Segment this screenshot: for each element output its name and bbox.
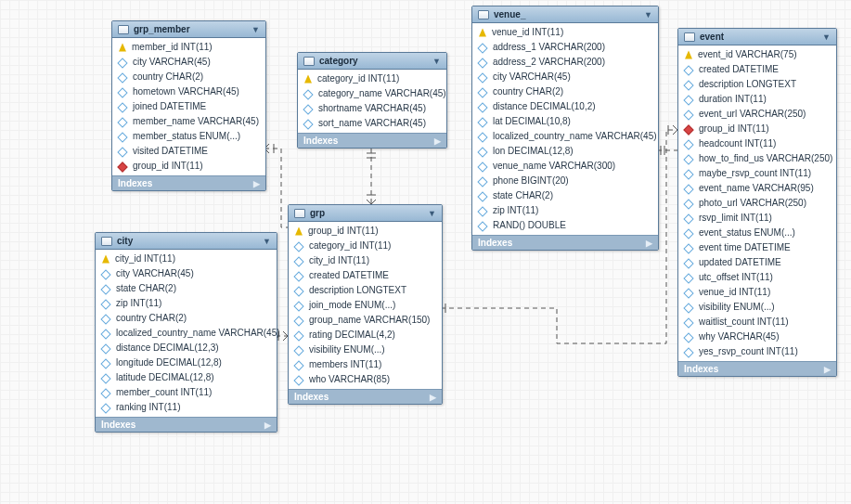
column-row[interactable]: country CHAR(2) [96,311,277,326]
column-row[interactable]: created DATETIME [678,62,836,77]
column-row[interactable]: category_name VARCHAR(45) [298,86,446,101]
column-row[interactable]: event time DATETIME [678,240,836,255]
column-row[interactable]: description LONGTEXT [289,283,442,298]
column-row[interactable]: members INT(11) [289,357,442,372]
column-row[interactable]: duration INT(11) [678,92,836,107]
expand-icon[interactable]: ▶ [264,420,271,430]
column-row[interactable]: description LONGTEXT [678,77,836,92]
column-row[interactable]: group_id INT(11) [112,159,265,174]
column-row[interactable]: event_status ENUM(...) [678,226,836,240]
table-city[interactable]: city▼city_id INT(11)city VARCHAR(45)stat… [95,232,277,433]
collapse-icon[interactable]: ▼ [263,237,271,246]
column-row[interactable]: visited DATETIME [112,144,265,159]
column-row[interactable]: city VARCHAR(45) [96,266,277,281]
column-row[interactable]: state CHAR(2) [472,188,658,203]
column-row[interactable]: photo_url VARCHAR(250) [678,196,836,211]
column-row[interactable]: city VARCHAR(45) [112,55,265,70]
column-row[interactable]: longitude DECIMAL(12,8) [96,355,277,370]
column-row[interactable]: lat DECIMAL(10,8) [472,114,658,129]
expand-icon[interactable]: ▶ [434,136,441,146]
indexes-footer[interactable]: Indexes▶ [472,235,658,250]
column-row[interactable]: event_name VARCHAR(95) [678,181,836,196]
column-row[interactable]: venue_id INT(11) [472,25,658,40]
column-row[interactable]: state CHAR(2) [96,281,277,296]
column-row[interactable]: ranking INT(11) [96,400,277,415]
table-header[interactable]: city▼ [96,233,277,250]
column-row[interactable]: sort_name VARCHAR(45) [298,116,446,131]
column-row[interactable]: join_mode ENUM(...) [289,298,442,313]
column-row[interactable]: how_to_find_us VARCHAR(250) [678,151,836,166]
column-row[interactable]: address_2 VARCHAR(200) [472,55,658,70]
column-row[interactable]: who VARCHAR(85) [289,372,442,387]
column-row[interactable]: city_id INT(11) [289,253,442,268]
column-row[interactable]: group_id INT(11) [289,224,442,239]
collapse-icon[interactable]: ▼ [251,25,260,34]
column-row[interactable]: latitude DECIMAL(12,8) [96,370,277,385]
column-row[interactable]: shortname VARCHAR(45) [298,101,446,116]
table-grp[interactable]: grp▼group_id INT(11)category_id INT(11)c… [288,204,443,405]
table-header[interactable]: venue_▼ [472,6,658,23]
column-row[interactable]: waitlist_count INT(11) [678,315,836,330]
column-row[interactable]: group_name VARCHAR(150) [289,313,442,328]
column-row[interactable]: phone BIGINT(20) [472,174,658,188]
column-row[interactable]: created DATETIME [289,268,442,283]
table-header[interactable]: grp_member▼ [112,21,265,38]
collapse-icon[interactable]: ▼ [432,57,441,66]
column-row[interactable]: headcount INT(11) [678,136,836,151]
column-row[interactable]: country CHAR(2) [472,84,658,99]
expand-icon[interactable]: ▶ [253,179,260,188]
column-row[interactable]: distance DECIMAL(10,2) [472,99,658,114]
indexes-footer[interactable]: Indexes▶ [112,175,265,190]
column-row[interactable]: yes_rsvp_count INT(11) [678,344,836,359]
table-header[interactable]: event▼ [678,29,836,45]
column-row[interactable]: visibility ENUM(...) [678,300,836,315]
column-row[interactable]: RAND() DOUBLE [472,218,658,233]
column-row[interactable]: category_id INT(11) [289,239,442,253]
column-row[interactable]: distance DECIMAL(12,3) [96,341,277,355]
column-row[interactable]: zip INT(11) [96,296,277,311]
column-row[interactable]: rating DECIMAL(4,2) [289,328,442,342]
table-category[interactable]: category▼category_id INT(11)category_nam… [297,52,447,149]
column-row[interactable]: member_name VARCHAR(45) [112,114,265,129]
expand-icon[interactable]: ▶ [824,365,831,374]
column-row[interactable]: joined DATETIME [112,99,265,114]
column-row[interactable]: maybe_rsvp_count INT(11) [678,166,836,181]
column-row[interactable]: address_1 VARCHAR(200) [472,40,658,55]
column-row[interactable]: why VARCHAR(45) [678,330,836,344]
table-venue[interactable]: venue_▼venue_id INT(11)address_1 VARCHAR… [471,6,659,251]
column-row[interactable]: city_id INT(11) [96,252,277,266]
table-header[interactable]: grp▼ [289,205,442,222]
expand-icon[interactable]: ▶ [430,393,436,402]
column-row[interactable]: country CHAR(2) [112,70,265,84]
table-grp_member[interactable]: grp_member▼member_id INT(11)city VARCHAR… [111,20,266,191]
expand-icon[interactable]: ▶ [646,239,652,248]
column-row[interactable]: city VARCHAR(45) [472,70,658,84]
column-row[interactable]: zip INT(11) [472,203,658,218]
column-row[interactable]: event_url VARCHAR(250) [678,107,836,122]
column-row[interactable]: category_id INT(11) [298,71,446,86]
column-row[interactable]: member_count INT(11) [96,385,277,400]
indexes-footer[interactable]: Indexes▶ [96,417,277,432]
table-header[interactable]: category▼ [298,53,446,70]
column-row[interactable]: hometown VARCHAR(45) [112,84,265,99]
column-row[interactable]: lon DECIMAL(12,8) [472,144,658,159]
collapse-icon[interactable]: ▼ [822,32,831,42]
collapse-icon[interactable]: ▼ [644,10,652,19]
column-row[interactable]: updated DATETIME [678,255,836,270]
column-row[interactable]: rsvp_limit INT(11) [678,211,836,226]
column-row[interactable]: member_id INT(11) [112,40,265,55]
column-row[interactable]: visibility ENUM(...) [289,342,442,357]
column-row[interactable]: venue_id INT(11) [678,285,836,300]
indexes-footer[interactable]: Indexes▶ [289,389,442,404]
indexes-footer[interactable]: Indexes▶ [298,133,446,148]
column-row[interactable]: utc_offset INT(11) [678,270,836,285]
column-row[interactable]: group_id INT(11) [678,122,836,136]
table-event[interactable]: event▼event_id VARCHAR(75)created DATETI… [677,28,837,377]
column-row[interactable]: member_status ENUM(...) [112,129,265,144]
column-row[interactable]: localized_country_name VARCHAR(45) [96,326,277,341]
collapse-icon[interactable]: ▼ [428,209,436,218]
indexes-footer[interactable]: Indexes▶ [678,361,836,376]
column-row[interactable]: event_id VARCHAR(75) [678,47,836,62]
column-row[interactable]: venue_name VARCHAR(300) [472,159,658,174]
column-row[interactable]: localized_country_name VARCHAR(45) [472,129,658,144]
